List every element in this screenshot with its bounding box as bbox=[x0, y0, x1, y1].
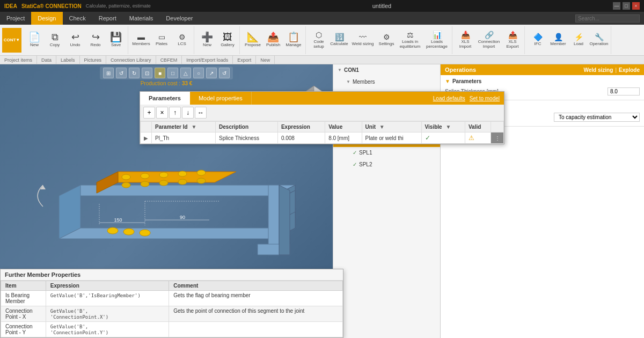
gallery-button[interactable]: 🖼Gallery bbox=[218, 28, 237, 53]
label-import-export: Import/Export loads bbox=[182, 56, 233, 64]
delete-param-button[interactable]: × bbox=[156, 107, 168, 119]
publish-button[interactable]: 📤Publish bbox=[264, 28, 283, 53]
xls-import-button[interactable]: 📥XLS Import bbox=[456, 28, 475, 53]
close-button[interactable]: × bbox=[632, 2, 640, 10]
loads-equilibrium-button[interactable]: ⚖Loads in equilibrium bbox=[397, 28, 423, 53]
operation-button[interactable]: 🔧Operation bbox=[589, 28, 609, 53]
tab-parameters[interactable]: Parameters bbox=[140, 92, 190, 105]
calculate-button[interactable]: 🔢Calculate bbox=[330, 28, 349, 53]
row-expand-btn[interactable]: ▶ bbox=[141, 133, 152, 144]
load-defaults-button[interactable]: Load defaults bbox=[433, 95, 465, 101]
redo-button[interactable]: ↪Redo bbox=[86, 28, 105, 53]
xls-export-button[interactable]: 📤XLS Export bbox=[503, 28, 522, 53]
member-props-title: Further Member Properties bbox=[1, 269, 343, 281]
mp-col-expression: Expression bbox=[46, 281, 169, 291]
minimize-button[interactable]: — bbox=[613, 2, 620, 10]
main-area: ⊞ ↺ ↻ ⊡ ■ □ △ ○ ↗ ↺ Production cost : 33… bbox=[0, 64, 644, 338]
move-down-button[interactable]: ↓ bbox=[182, 107, 194, 119]
new-picture-button[interactable]: ➕New bbox=[197, 28, 217, 53]
maximize-button[interactable]: □ bbox=[623, 2, 630, 10]
menu-check[interactable]: Check bbox=[63, 12, 92, 25]
window-title: untitled bbox=[372, 3, 391, 9]
members-button[interactable]: ▬Members bbox=[131, 28, 151, 53]
svg-point-17 bbox=[197, 170, 206, 175]
tree-spl1-label: SPL1 bbox=[359, 148, 372, 158]
set-to-model-button[interactable]: Set to model bbox=[470, 95, 500, 101]
toolbar: CONT▼ 📄New ⧉Copy ↩Undo ↪Redo 💾Save ▬Memb… bbox=[0, 25, 644, 56]
col-action bbox=[491, 122, 504, 133]
mp-col-item: Item bbox=[1, 281, 46, 291]
weld-sizing-method-select[interactable]: To capacity estimation Manual bbox=[554, 113, 640, 122]
menu-project[interactable]: Project bbox=[0, 12, 31, 25]
param-expression-cell: 0.008 bbox=[277, 133, 325, 144]
new-button[interactable]: 📄New bbox=[25, 28, 44, 53]
col-visible[interactable]: Visible ▼ bbox=[421, 122, 465, 133]
tree-root[interactable]: ▼ CON1 bbox=[333, 64, 440, 76]
col-expand bbox=[141, 122, 152, 133]
copy-button[interactable]: ⧉Copy bbox=[45, 28, 64, 53]
member-button[interactable]: 👤Member bbox=[548, 28, 568, 53]
toolbar-group-cbfem: ⬡Code setup 🔢Calculate 〰Weld sizing ⚙Set… bbox=[307, 26, 452, 54]
col-parameter-id[interactable]: Parameter Id ▼ bbox=[152, 122, 216, 133]
tree-spl1[interactable]: ✓ SPL1 bbox=[333, 147, 440, 159]
app-name: StatiCa® CONNECTION bbox=[21, 3, 82, 9]
tab-model-properties[interactable]: Model properties bbox=[190, 92, 252, 105]
col-valid: Valid bbox=[465, 122, 491, 133]
mp-expr-connpoint-y: GetValue('B','ConnectionPoint.Y') bbox=[46, 322, 169, 337]
param-id-cell: Pl_Th bbox=[152, 133, 216, 144]
load-button[interactable]: ⚡Load bbox=[569, 28, 588, 53]
weld-sizing-tab[interactable]: Weld sizing bbox=[583, 67, 613, 73]
param-value-cell: 8.0 [mm] bbox=[325, 133, 362, 144]
add-param-button[interactable]: + bbox=[143, 107, 155, 119]
svg-point-15 bbox=[159, 172, 168, 178]
operations-panel-header: Operations Weld sizing | Explode bbox=[441, 64, 644, 75]
params-section-header: ▼ Parameters bbox=[445, 78, 640, 84]
mp-expr-connpoint-x: GetValue('B','ConnectionPoint.X') bbox=[46, 306, 169, 322]
toolbar-label-bar: Project items Data Labels Pictures Conne… bbox=[0, 56, 644, 64]
propose-button[interactable]: 📐Propose bbox=[243, 28, 262, 53]
menu-developer[interactable]: Developer bbox=[159, 12, 199, 25]
plates-button[interactable]: ▭Plates bbox=[152, 28, 171, 53]
menu-report[interactable]: Report bbox=[92, 12, 123, 25]
svg-point-24 bbox=[123, 229, 134, 235]
toolbar-group-new: 🔷IFC 👤Member ⚡Load 🔧Operation bbox=[526, 26, 611, 54]
settings-button[interactable]: ⚙Settings bbox=[377, 28, 396, 53]
code-setup-button[interactable]: ⬡Code setup bbox=[309, 28, 328, 53]
splice-thickness-input[interactable] bbox=[608, 87, 640, 95]
mp-item-bearing: Is BearingMember bbox=[1, 291, 46, 306]
ifc-button[interactable]: 🔷IFC bbox=[528, 28, 547, 53]
menu-design[interactable]: Design bbox=[31, 12, 62, 25]
svg-point-16 bbox=[178, 171, 187, 177]
search-input[interactable] bbox=[575, 14, 640, 23]
toolbar-group-connection: 📐Propose 📤Publish 📋Manage bbox=[241, 26, 306, 54]
manage-button[interactable]: 📋Manage bbox=[284, 28, 303, 53]
lcs-button[interactable]: ⚙LCS bbox=[172, 28, 192, 53]
param-table: Parameter Id ▼ Description Expression Va… bbox=[140, 121, 504, 144]
weld-sizing-button[interactable]: 〰Weld sizing bbox=[350, 28, 376, 53]
param-tab-panel: Parameters Model properties Load default… bbox=[140, 91, 504, 144]
param-tab-header: Parameters Model properties Load default… bbox=[140, 92, 504, 105]
move-up-button[interactable]: ↑ bbox=[169, 107, 181, 119]
col-unit[interactable]: Unit ▼ bbox=[362, 122, 421, 133]
mp-comment-bearing: Gets the flag of bearing member bbox=[169, 291, 343, 306]
tree-spl2[interactable]: ✓ SPL2 bbox=[333, 159, 440, 171]
param-visible-cell: ✓ bbox=[421, 133, 465, 144]
menu-bar: Project Design Check Report Materials De… bbox=[0, 12, 644, 25]
app-logo: IDEA bbox=[4, 3, 17, 9]
cont-button[interactable]: CONT▼ bbox=[2, 28, 21, 53]
undo-button[interactable]: ↩Undo bbox=[65, 28, 85, 53]
swap-button[interactable]: ↔ bbox=[195, 107, 207, 119]
menu-materials[interactable]: Materials bbox=[123, 12, 160, 25]
svg-text:90: 90 bbox=[180, 215, 185, 220]
param-action-cell[interactable]: ⋮ bbox=[491, 133, 504, 144]
loads-percentage-button[interactable]: 📊Loads percentage bbox=[424, 28, 450, 53]
save-button[interactable]: 💾Save bbox=[106, 28, 126, 53]
explode-tab[interactable]: Explode bbox=[619, 67, 640, 73]
toolbar-group-data: ▬Members ▭Plates ⚙LCS bbox=[129, 26, 194, 54]
mp-expr-bearing: GetValue('B','IsBearingMember') bbox=[46, 291, 169, 306]
svg-point-22 bbox=[197, 178, 206, 183]
col-value: Value bbox=[325, 122, 362, 133]
col-description: Description bbox=[216, 122, 278, 133]
tree-members-header[interactable]: ▼ Members bbox=[333, 76, 440, 88]
connection-import-button[interactable]: 🔗Connection Import bbox=[476, 28, 502, 53]
